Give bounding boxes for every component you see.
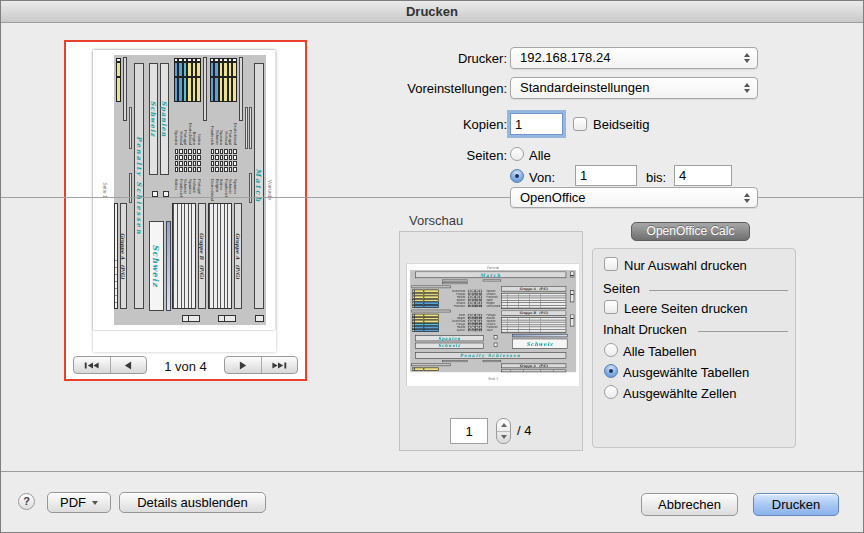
sheet-group-b-header: Gruppe B (P/G)	[198, 203, 206, 309]
score-cell	[175, 167, 179, 172]
sheet-score-grid	[210, 149, 237, 175]
sheet-country-column: DeutschlandPortugalHollandSpanienSchweiz…	[445, 290, 466, 308]
score-cell	[184, 167, 188, 172]
print-page-sheet: Vorrunde Match DeutschlandPortugalHollan…	[93, 50, 275, 330]
score-grid-row	[468, 305, 484, 307]
skip-last-icon	[272, 361, 287, 370]
pages-all-label: Alle	[529, 148, 551, 163]
score-grid-row	[468, 296, 484, 298]
standings-row	[220, 204, 224, 308]
sheet-team-row	[228, 58, 233, 102]
empty-pages-checkbox[interactable]	[604, 300, 618, 314]
selected-tables-radio[interactable]	[604, 364, 618, 378]
pages-all-radio[interactable]	[510, 147, 524, 161]
stepper-up-button[interactable]	[497, 419, 510, 432]
hide-details-button[interactable]: Details ausblenden	[119, 492, 266, 513]
vorschau-page-input[interactable]	[450, 418, 488, 444]
printer-popup[interactable]: 192.168.178.24	[510, 47, 758, 69]
presets-popup[interactable]: Standardeinstellungen	[510, 77, 758, 99]
first-page-button[interactable]	[74, 357, 110, 373]
mini-country-name: Frankreich	[210, 111, 215, 145]
score-cell	[184, 149, 188, 154]
standings-row	[173, 204, 177, 308]
sheet-penalty-group-header: Gruppe A (P/G)	[120, 203, 127, 309]
duplex-checkbox[interactable]	[573, 117, 587, 131]
sheet-group-strip	[411, 310, 450, 313]
standings-row	[209, 204, 213, 308]
pages-range-radio[interactable]	[510, 169, 524, 183]
score-cell	[468, 317, 471, 319]
app-options-popup[interactable]: OpenOffice	[510, 187, 758, 208]
sheet-team-row	[183, 58, 188, 102]
sheet-team-row	[224, 58, 229, 102]
sheet-team-row	[192, 58, 197, 102]
score-cell	[472, 293, 475, 295]
previous-page-button[interactable]	[110, 357, 147, 373]
score-grid-row	[175, 149, 179, 175]
mini-country-name: Spanien	[219, 111, 224, 145]
score-cell	[472, 314, 475, 316]
score-cell	[211, 149, 215, 154]
print-selection-label: Nur Auswahl drucken	[624, 258, 747, 273]
print-selection-checkbox[interactable]	[604, 257, 618, 271]
help-button[interactable]: ?	[18, 493, 35, 510]
sheet-country-column: DeutschlandPortugalHollandSpanienSchweiz…	[210, 111, 237, 145]
score-cell	[193, 155, 197, 160]
score-cell	[216, 149, 220, 154]
standings-row	[502, 330, 566, 332]
score-grid-row	[468, 299, 484, 301]
pages-from-input[interactable]	[575, 165, 637, 186]
mini-country-name: Spanien	[445, 329, 466, 332]
score-cell	[468, 290, 471, 292]
score-cell	[211, 161, 215, 166]
page-preview-frame[interactable]: Vorrunde Match DeutschlandPortugalHollan…	[64, 40, 307, 381]
score-cell	[472, 302, 475, 304]
sheet-winner-box: Schweiz	[512, 339, 567, 349]
pages-label: Seiten:	[307, 148, 507, 163]
sheet-team-row	[233, 58, 238, 102]
mini-country-name: Italien	[197, 111, 202, 145]
score-cell	[180, 167, 184, 172]
mini-country-name: Holland	[224, 111, 229, 145]
score-cell	[234, 167, 238, 172]
score-grid-row	[225, 149, 229, 175]
score-cell	[180, 149, 184, 154]
next-page-button[interactable]	[225, 357, 261, 373]
score-cell	[229, 161, 233, 166]
sheet-small-box	[494, 335, 498, 339]
all-tables-radio[interactable]	[604, 343, 618, 357]
score-cell	[198, 161, 202, 166]
sheet-standings-table	[501, 293, 566, 309]
score-cell	[193, 167, 197, 172]
pages-to-input[interactable]	[674, 165, 732, 186]
sheet-group-b-table	[174, 58, 201, 102]
score-grid-row	[184, 149, 188, 175]
rotated-sheet-holder: Vorrunde Match DeutschlandPortugalHollan…	[93, 50, 275, 330]
sheet-standings-table	[501, 317, 566, 333]
selected-cells-radio[interactable]	[604, 385, 618, 399]
sheet-edge-box	[570, 271, 574, 277]
score-cell	[189, 161, 193, 166]
score-grid-row	[468, 326, 484, 328]
cancel-button[interactable]: Abbrechen	[641, 493, 738, 516]
sheet-penalty-row	[117, 58, 122, 102]
score-cell	[193, 161, 197, 166]
sheet-score-grid	[468, 314, 484, 332]
last-page-button[interactable]	[261, 357, 298, 373]
sheet-schweiz-box: Schweiz	[149, 63, 158, 175]
stepper-down-button[interactable]	[497, 432, 510, 444]
score-cell	[184, 161, 188, 166]
score-cell	[220, 167, 224, 172]
pdf-menu-button[interactable]: PDF	[47, 492, 111, 513]
score-grid-row	[468, 302, 484, 304]
score-cell	[468, 320, 471, 322]
score-cell	[468, 293, 471, 295]
score-cell	[220, 149, 224, 154]
score-cell	[472, 320, 475, 322]
sheet-group-strip	[203, 57, 207, 121]
copies-input[interactable]	[510, 113, 563, 135]
print-page-sheet: Vorrunde Match DeutschlandPortugalHollan…	[407, 264, 579, 386]
cancel-button-label: Abbrechen	[658, 497, 721, 512]
score-cell	[189, 155, 193, 160]
print-button[interactable]: Drucken	[753, 493, 839, 516]
